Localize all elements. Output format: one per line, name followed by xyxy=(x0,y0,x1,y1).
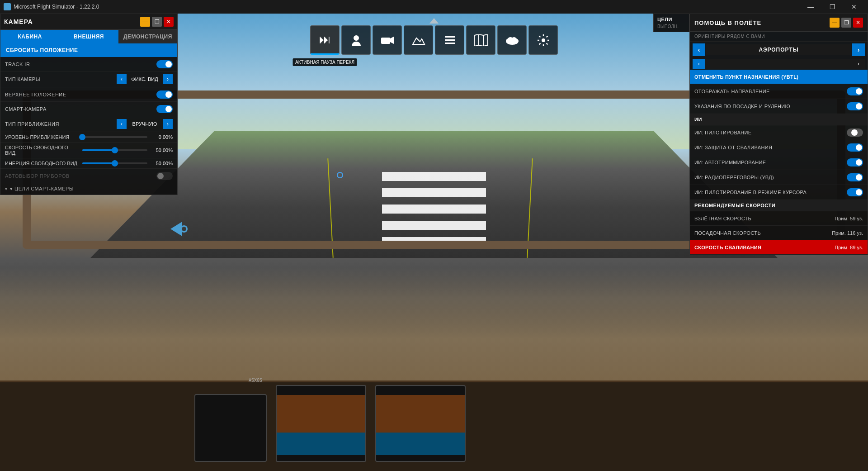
instrument-1 xyxy=(194,394,267,462)
app-icon xyxy=(4,3,11,10)
track-ir-row: TRACK IR xyxy=(0,57,177,71)
camera-restore-btn[interactable]: ❐ xyxy=(152,17,162,27)
help-item-text-7: ИИ: РАДИОПЕРЕГОВОРЫ (УВД) xyxy=(694,175,847,180)
free-view-inertia-track[interactable] xyxy=(82,162,147,164)
instrument-2 xyxy=(276,385,366,462)
sub-nav-next-btn[interactable]: ‹ xyxy=(852,59,865,69)
approach-level-track[interactable] xyxy=(82,136,147,138)
help-item-4: ИИ: ПИЛОТИРОВАНИЕ xyxy=(690,125,868,140)
tab-demo[interactable]: ДЕМОНСТРАЦИЯ xyxy=(118,30,177,43)
approach-type-next-btn[interactable]: › xyxy=(163,119,173,129)
help-item-value-12: Прим. 89 уз. xyxy=(835,245,863,250)
help-item-toggle-1[interactable] xyxy=(847,87,863,95)
help-section-ai: ИИ xyxy=(690,114,868,125)
camera-button[interactable] xyxy=(373,25,402,55)
approach-level-thumb xyxy=(79,134,85,140)
scenery-button[interactable] xyxy=(404,25,433,55)
weather-button[interactable] xyxy=(497,25,527,55)
help-item-10: ВЗЛЁТНАЯ СКОРОСТЬ Прим. 59 уз. xyxy=(690,211,868,226)
goals-panel: ЦЕЛИ ВЫПОЛН. xyxy=(653,14,689,32)
close-button[interactable]: ✕ xyxy=(844,0,864,14)
help-item-text-6: ИИ: АВТОТРИММИРОВАНИЕ xyxy=(694,160,847,165)
camera-type-next-btn[interactable]: › xyxy=(163,74,173,84)
top-position-toggle[interactable] xyxy=(156,90,173,99)
approach-type-label: ТИП ПРИБЛИЖЕНИЯ xyxy=(5,121,117,127)
settings-button[interactable] xyxy=(528,25,558,55)
asxgs-label-1: ASXGS xyxy=(249,378,262,383)
approach-level-row: УРОВЕНЬ ПРИБЛИЖЕНИЯ 0,00% xyxy=(0,132,177,143)
smart-camera-toggle[interactable] xyxy=(156,105,173,113)
section-chevron-icon: ▾ xyxy=(5,186,7,191)
help-item-7: ИИ: РАДИОПЕРЕГОВОРЫ (УВД) xyxy=(690,170,868,185)
nav-indicator xyxy=(170,222,188,236)
camera-close-btn[interactable]: ✕ xyxy=(164,17,174,27)
approach-type-row: ТИП ПРИБЛИЖЕНИЯ ‹ ВРУЧНУЮ › xyxy=(0,116,177,132)
auto-instruments-toggle[interactable] xyxy=(156,172,173,180)
airports-next-btn[interactable]: › xyxy=(852,43,865,56)
restore-button[interactable]: ❐ xyxy=(822,0,843,14)
help-item-toggle-2[interactable] xyxy=(847,102,863,110)
smart-camera-targets-header[interactable]: ▾ ▾ ЦЕЛИ СМАРТ-КАМЕРЫ xyxy=(0,183,177,195)
airports-prev-btn[interactable]: ‹ xyxy=(693,43,705,56)
approach-type-prev-btn[interactable]: ‹ xyxy=(117,119,127,129)
atc-button[interactable] xyxy=(341,25,371,55)
minimize-button[interactable]: — xyxy=(800,0,821,14)
help-item-toggle-5[interactable] xyxy=(847,143,863,152)
help-item-text-12: СКОРОСТЬ СВАЛИВАНИЯ xyxy=(694,245,835,250)
smart-camera-label: СМАРТ-КАМЕРА xyxy=(5,106,156,112)
help-item-toggle-4[interactable] xyxy=(847,128,863,137)
track-ir-label: TRACK IR xyxy=(5,62,156,67)
help-item-toggle-8[interactable] xyxy=(847,188,863,196)
checklist-button[interactable] xyxy=(435,25,464,55)
track-ir-toggle[interactable] xyxy=(156,60,173,68)
goals-title: ЦЕЛИ xyxy=(657,17,685,22)
svg-rect-5 xyxy=(445,43,455,44)
tab-cabin[interactable]: КАБИНА xyxy=(0,30,59,43)
help-panel-titlebar: ПОМОЩЬ В ПОЛЁТЕ — ❐ ✕ xyxy=(690,14,868,32)
sub-nav-prev-btn[interactable]: ‹ xyxy=(693,59,705,69)
help-item-8: ИИ: ПИЛОТИРОВАНИЕ В РЕЖИМЕ КУРСОРА xyxy=(690,185,868,200)
help-restore-btn[interactable]: ❐ xyxy=(841,18,851,28)
free-view-inertia-row: ИНЕРЦИЯ СВОБОДНОГО ВИД 50,00% xyxy=(0,158,177,169)
camera-panel: КАМЕРА — ❐ ✕ КАБИНА ВНЕШНЯЯ ДЕМОНСТРАЦИЯ… xyxy=(0,14,178,195)
help-panel-title: ПОМОЩЬ В ПОЛЁТЕ xyxy=(694,19,761,26)
camera-minimize-btn[interactable]: — xyxy=(140,17,150,27)
help-close-btn[interactable]: ✕ xyxy=(853,18,863,28)
map-button[interactable] xyxy=(466,25,495,55)
help-item-toggle-6[interactable] xyxy=(847,158,863,167)
reset-position-button[interactable]: СБРОСИТЬ ПОЛОЖЕНИЕ xyxy=(0,43,177,57)
auto-instruments-knob xyxy=(157,173,164,179)
toolbar-buttons: ⏭ АКТИВНАЯ ПАУЗА ПЕРЕКЛ xyxy=(310,25,558,55)
svg-marker-2 xyxy=(390,37,394,44)
help-item-text-11: ПОСАДОЧНАЯ СКОРОСТЬ xyxy=(694,230,832,236)
tab-external[interactable]: ВНЕШНЯЯ xyxy=(59,30,118,43)
pause-button[interactable]: ⏭ АКТИВНАЯ ПАУЗА ПЕРЕКЛ xyxy=(310,25,340,55)
help-item-2: УКАЗАНИЯ ПО ПОСАДКЕ И РУЛЕНИЮ xyxy=(690,99,868,114)
camera-type-row: ТИП КАМЕРЫ ‹ ФИКС. ВИД › xyxy=(0,71,177,87)
svg-point-11 xyxy=(511,37,517,43)
svg-point-12 xyxy=(542,38,545,42)
free-view-speed-track[interactable] xyxy=(82,149,147,151)
help-item-toggle-7[interactable] xyxy=(847,173,863,181)
camera-panel-title: КАМЕРА xyxy=(4,18,33,25)
free-view-inertia-fill xyxy=(82,162,115,164)
instrument-3 xyxy=(375,385,466,462)
sub-nav-empty xyxy=(705,59,852,69)
auto-instruments-label: АВТОВЫБОР ПРИБОРОВ xyxy=(5,173,156,179)
track-ir-knob xyxy=(165,61,172,67)
help-minimize-btn[interactable]: — xyxy=(830,18,840,28)
free-view-inertia-value: 50,00% xyxy=(150,161,173,166)
airports-nav-label: АЭРОПОРТЫ xyxy=(706,44,851,55)
hud-target xyxy=(337,172,343,178)
smart-camera-row: СМАРТ-КАМЕРА xyxy=(0,102,177,116)
camera-type-prev-btn[interactable]: ‹ xyxy=(117,74,127,84)
nav-dot-icon xyxy=(180,225,188,233)
svg-point-0 xyxy=(354,35,359,41)
camera-tabs: КАБИНА ВНЕШНЯЯ ДЕМОНСТРАЦИЯ xyxy=(0,30,177,43)
top-position-row: ВЕРХНЕЕ ПОЛОЖЕНИЕ xyxy=(0,87,177,102)
help-item-6: ИИ: АВТОТРИММИРОВАНИЕ xyxy=(690,155,868,170)
free-view-inertia-label: ИНЕРЦИЯ СВОБОДНОГО ВИД xyxy=(5,161,80,166)
help-item-text-4: ИИ: ПИЛОТИРОВАНИЕ xyxy=(694,130,847,135)
toolbar-collapse-arrow[interactable] xyxy=(429,18,439,24)
help-item-0[interactable]: ОТМЕНИТЬ ПУНКТ НАЗНАЧЕНИЯ (YBTL) xyxy=(690,70,868,84)
